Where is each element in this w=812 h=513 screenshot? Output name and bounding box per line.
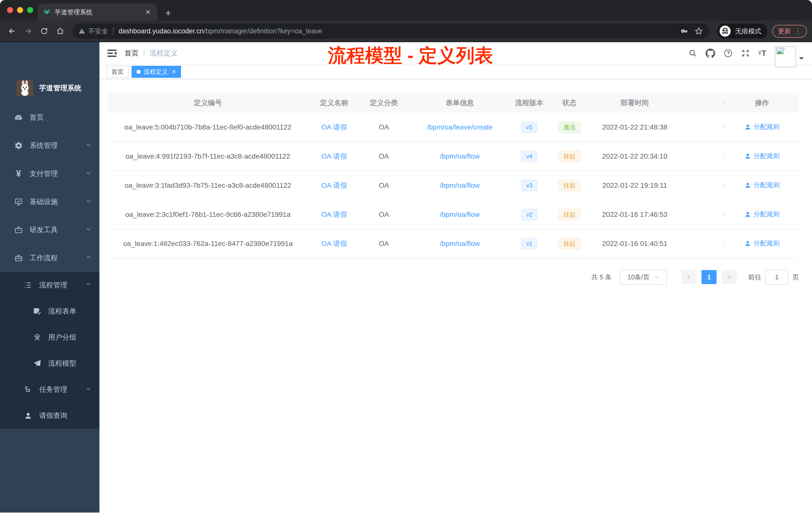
form-icon	[31, 307, 43, 315]
form-link[interactable]: /bpm/oa/leave/create	[427, 123, 493, 131]
annotation-title: 流程模型 - 定义列表	[328, 43, 493, 68]
traffic-lights	[7, 7, 33, 13]
assign-rule-link[interactable]: 分配规则	[745, 181, 780, 189]
definition-name-link[interactable]: OA 请假	[321, 240, 347, 247]
update-chip[interactable]: 更新 ⋮	[772, 25, 807, 38]
page-number-current[interactable]: 1	[701, 270, 717, 284]
tag-close-icon[interactable]: ✕	[172, 69, 176, 75]
sidebar-item-label: 基础设施	[30, 197, 58, 207]
app-title: 芋道管理系统	[39, 83, 81, 93]
tab-close-icon[interactable]: ✕	[144, 8, 152, 16]
sidebar-item-user-group[interactable]: 用户分组	[0, 324, 99, 350]
form-link[interactable]: /bpm/oa/flow	[440, 152, 480, 160]
new-tab-button[interactable]: +	[165, 8, 171, 18]
assign-rule-link[interactable]: 分配规则	[745, 210, 780, 219]
assign-rule-link[interactable]: 分配规则	[745, 239, 780, 248]
update-label: 更新	[778, 27, 791, 36]
menu-kebab-icon[interactable]: ⋮	[795, 27, 802, 35]
address-bar[interactable]: 不安全 dashboard.yudao.iocoder.cn/bpm/manag…	[72, 24, 709, 39]
fullscreen-icon[interactable]	[741, 49, 750, 58]
page-unit-label: 页	[792, 273, 799, 281]
sidebar-item-leave-query[interactable]: 请假查询	[0, 402, 99, 429]
definition-name-link[interactable]: OA 请假	[321, 181, 347, 189]
definition-name-link[interactable]: OA 请假	[321, 123, 347, 131]
chevron-down-icon	[85, 386, 91, 394]
sidebar-item-workflow[interactable]: 工作流程	[0, 244, 99, 272]
status-badge: 挂起	[558, 151, 580, 162]
form-link[interactable]: /bpm/oa/flow	[440, 211, 480, 218]
definition-table: 定义编号 定义名称 定义分类 表单信息 流程版本 状态 部署时间 操作 oa_l…	[108, 93, 799, 259]
total-count: 共 5 条	[591, 273, 612, 281]
minimize-window-button[interactable]	[17, 7, 23, 13]
col-header-version: 流程版本	[512, 98, 547, 108]
pagination: 共 5 条 10条/页 1 前往 页	[108, 270, 799, 284]
status-badge: 挂起	[558, 209, 580, 220]
sidebar-item-payment[interactable]: ¥ 支付管理	[0, 160, 99, 188]
col-header-deploy-time: 部署时间	[592, 98, 677, 108]
chevron-right-icon	[726, 274, 732, 280]
github-icon[interactable]	[705, 49, 715, 58]
browser-tab[interactable]: 芋道管理系统 ✕	[38, 3, 157, 21]
zoom-window-button[interactable]	[27, 7, 33, 13]
definition-name-link[interactable]: OA 请假	[321, 211, 347, 218]
user-avatar[interactable]	[775, 39, 804, 67]
sidebar-item-label: 流程表单	[48, 306, 76, 316]
sidebar-fold-icon[interactable]	[108, 49, 116, 57]
incognito-label: 无痕模式	[735, 27, 761, 36]
sidebar-item-label: 系统管理	[30, 141, 58, 150]
col-header-op: 操作	[725, 98, 799, 108]
help-icon[interactable]	[724, 49, 733, 58]
sidebar-item-system[interactable]: 系统管理	[0, 131, 99, 160]
search-icon[interactable]	[689, 49, 697, 58]
definition-name-link[interactable]: OA 请假	[321, 152, 347, 160]
version-badge: v2	[521, 209, 537, 220]
person-icon	[745, 182, 751, 188]
page-size-select[interactable]: 10条/页	[620, 270, 667, 284]
person-icon	[745, 124, 751, 130]
sidebar-item-label: 流程模型	[48, 359, 76, 368]
breadcrumb-current: 流程定义	[150, 49, 178, 58]
tab-title: 芋道管理系统	[55, 8, 144, 16]
list-icon	[22, 281, 34, 289]
next-page-button[interactable]	[722, 270, 737, 284]
back-icon[interactable]	[5, 24, 19, 38]
url-text: dashboard.yudao.iocoder.cn/bpm/manager/d…	[118, 27, 676, 35]
breadcrumb: 首页 / 流程定义	[124, 49, 178, 58]
broken-image-avatar	[775, 46, 796, 67]
tag-home[interactable]: 首页	[107, 66, 128, 78]
sidebar-item-process-mgmt[interactable]: 流程管理	[0, 272, 99, 298]
home-icon[interactable]	[53, 24, 67, 38]
monitor-icon	[12, 198, 25, 206]
breadcrumb-home[interactable]: 首页	[124, 49, 139, 58]
sidebar-item-devtools[interactable]: 研发工具	[0, 216, 99, 244]
logo-row[interactable]: 芋道管理系统	[0, 42, 99, 103]
sidebar-item-process-form[interactable]: 流程表单	[0, 298, 99, 324]
app-navbar: 首页 / 流程定义 流程模型 - 定义列表 TT	[99, 42, 812, 65]
assign-rule-link[interactable]: 分配规则	[745, 122, 780, 131]
sidebar-item-process-model[interactable]: 流程模型	[0, 350, 99, 376]
form-link[interactable]: /bpm/oa/flow	[440, 181, 480, 189]
assign-rule-link[interactable]: 分配规则	[745, 152, 780, 160]
caret-down-icon	[799, 57, 804, 62]
table-row: oa_leave:4:991f2193-7b7f-11ec-a3c8-acde4…	[108, 142, 799, 171]
close-window-button[interactable]	[7, 7, 13, 13]
font-size-icon[interactable]: TT	[758, 49, 766, 58]
sidebar-item-home[interactable]: 首页	[0, 103, 99, 131]
favicon-plant-icon	[43, 7, 51, 17]
tag-current[interactable]: 流程定义 ✕	[132, 66, 181, 78]
prev-page-button[interactable]	[682, 270, 696, 284]
form-link[interactable]: /bpm/oa/flow	[440, 240, 480, 247]
key-icon[interactable]	[680, 27, 689, 35]
warning-icon	[78, 28, 85, 34]
version-badge: v3	[521, 180, 537, 191]
sidebar-item-task-mgmt[interactable]: 任务管理	[0, 376, 99, 402]
reload-icon[interactable]	[37, 24, 51, 38]
sidebar-item-infrastructure[interactable]: 基础设施	[0, 188, 99, 216]
incognito-icon	[719, 25, 731, 37]
yen-icon: ¥	[12, 169, 25, 179]
bookmark-star-icon[interactable]	[695, 27, 703, 35]
forward-icon[interactable]	[21, 24, 35, 38]
person-icon	[745, 153, 751, 159]
col-header-category: 定义分类	[360, 98, 408, 108]
goto-page-input[interactable]	[765, 270, 788, 284]
